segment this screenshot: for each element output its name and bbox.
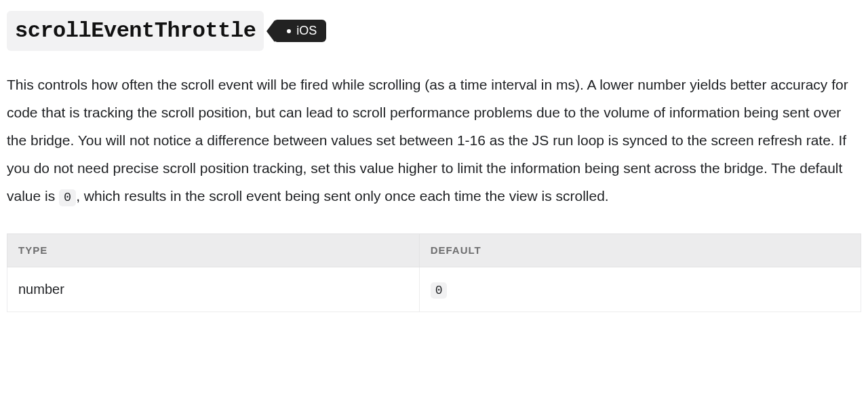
prop-type-table: TYPE DEFAULT number 0 bbox=[7, 233, 861, 312]
prop-header: scrollEventThrottle iOS bbox=[7, 11, 861, 51]
prop-description: This controls how often the scroll event… bbox=[7, 71, 861, 210]
platform-badge: iOS bbox=[273, 20, 326, 42]
description-text-before: This controls how often the scroll event… bbox=[7, 77, 848, 204]
table-header-default: DEFAULT bbox=[419, 233, 861, 267]
default-value-code: 0 bbox=[431, 282, 448, 299]
prop-name-code: scrollEventThrottle bbox=[7, 11, 264, 51]
table-row: number 0 bbox=[7, 267, 861, 312]
badge-dot-icon bbox=[287, 29, 291, 33]
table-header-type: TYPE bbox=[7, 233, 420, 267]
table-header-row: TYPE DEFAULT bbox=[7, 233, 861, 267]
table-cell-default: 0 bbox=[419, 267, 861, 312]
platform-label: iOS bbox=[296, 21, 317, 41]
description-text-after: , which results in the scroll event bein… bbox=[76, 188, 609, 204]
table-cell-type: number bbox=[7, 267, 420, 312]
default-value-inline-code: 0 bbox=[59, 189, 76, 206]
